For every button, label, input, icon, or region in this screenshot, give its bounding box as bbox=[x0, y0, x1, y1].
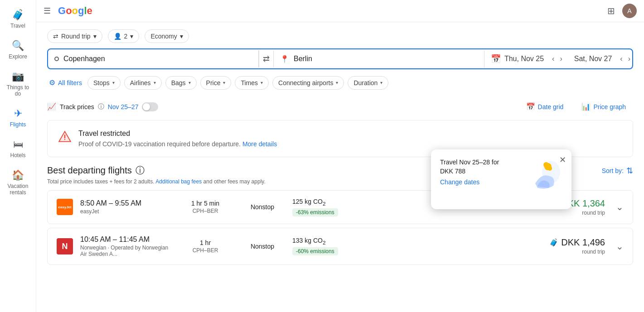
track-date-range: Nov 25–27 bbox=[108, 103, 139, 110]
more-details-link[interactable]: More details bbox=[242, 140, 277, 148]
stops-label-norwegian: Nonstop bbox=[240, 243, 285, 250]
date-start-prev[interactable]: ‹ bbox=[550, 53, 556, 65]
logo-e: e bbox=[87, 5, 92, 17]
svg-point-7 bbox=[547, 166, 552, 171]
duration-label: Duration bbox=[353, 79, 378, 86]
no-luggage-icon: 🧳 bbox=[549, 238, 558, 247]
filters-row: ⚙ All filters Stops ▾ Airlines ▾ Bags ▾ bbox=[47, 76, 633, 90]
date-end-nav: ‹ › bbox=[618, 53, 632, 65]
all-filters-button[interactable]: ⚙ All filters bbox=[47, 76, 84, 90]
date-end-prev[interactable]: ‹ bbox=[618, 53, 624, 65]
hamburger-menu[interactable]: ☰ bbox=[44, 6, 51, 16]
popup-close-button[interactable]: ✕ bbox=[559, 155, 566, 165]
top-right-controls: ⊞ A bbox=[607, 4, 637, 18]
bags-filter[interactable]: Bags ▾ bbox=[165, 76, 197, 90]
change-dates-link[interactable]: Change dates bbox=[440, 178, 479, 186]
bag-fees-link[interactable]: Additional bag fees bbox=[155, 178, 202, 185]
trip-type-label: Round trip bbox=[61, 33, 91, 40]
price-graph-button[interactable]: 📊 Price graph bbox=[574, 99, 633, 115]
date-end-input[interactable]: Sat, Nov 27 bbox=[568, 50, 619, 67]
sidebar-item-flights[interactable]: ✈ Flights bbox=[2, 103, 34, 132]
price-norwegian: 🧳 DKK 1,496 bbox=[533, 237, 605, 248]
co2-text: 125 kg CO bbox=[292, 198, 323, 205]
expand-button-norwegian[interactable]: ⌄ bbox=[616, 241, 624, 252]
bags-caret-icon: ▾ bbox=[189, 80, 191, 85]
stops-filter[interactable]: Stops ▾ bbox=[87, 76, 121, 90]
duration-filter[interactable]: Duration ▾ bbox=[348, 76, 388, 90]
search-row: ⇄ 📍 📅 Thu, Nov 25 ‹ › Sat bbox=[47, 48, 633, 69]
time-range-easyjet: 8:50 AM – 9:55 AM bbox=[80, 199, 171, 207]
logo-g: G bbox=[58, 5, 66, 17]
trend-icon: 📈 bbox=[47, 102, 56, 111]
popup-price: DKK 788 bbox=[440, 168, 499, 175]
date-separator bbox=[564, 54, 568, 63]
sort-by-control[interactable]: Sort by: ⇅ bbox=[602, 166, 633, 176]
sidebar: 🧳 Travel 🔍 Explore 📷 Things to do ✈ Flig… bbox=[0, 0, 36, 312]
apps-grid-icon[interactable]: ⊞ bbox=[607, 5, 615, 16]
track-section: 📈 Track prices ⓘ Nov 25–27 📅 Date grid 📊 bbox=[47, 97, 633, 116]
date-grid-icon: 📅 bbox=[526, 102, 535, 111]
passengers-selector[interactable]: 👤 2 ▾ bbox=[108, 29, 140, 43]
passengers-caret: ▾ bbox=[130, 33, 133, 40]
duration-caret-icon: ▾ bbox=[380, 80, 383, 85]
logo-o1: o bbox=[66, 5, 72, 17]
track-info-icon[interactable]: ⓘ bbox=[98, 103, 104, 111]
origin-input[interactable] bbox=[63, 55, 252, 63]
popup-content: Travel Nov 25–28 for DKK 788 Change date… bbox=[440, 158, 499, 186]
search-controls: ⇄ Round trip ▾ 👤 2 ▾ Economy ▾ bbox=[47, 29, 633, 90]
info-text-part2: and other fees may apply. bbox=[203, 178, 266, 185]
sidebar-item-vacation[interactable]: 🏠 Vacation rentals bbox=[2, 165, 34, 200]
stops-caret-icon: ▾ bbox=[112, 80, 115, 85]
user-avatar[interactable]: A bbox=[622, 4, 637, 18]
date-grid-button[interactable]: 📅 Date grid bbox=[519, 99, 571, 115]
trip-type-selector[interactable]: ⇄ Round trip ▾ bbox=[47, 29, 102, 43]
date-start-input[interactable]: 📅 Thu, Nov 25 bbox=[484, 49, 550, 68]
price-col-norwegian: 🧳 DKK 1,496 round trip bbox=[533, 237, 605, 255]
sidebar-item-label-explore: Explore bbox=[9, 53, 27, 60]
popup-illustration bbox=[526, 158, 562, 200]
date-end-next[interactable]: › bbox=[626, 53, 632, 65]
connecting-caret-icon: ▾ bbox=[336, 80, 338, 85]
all-filters-label: All filters bbox=[58, 79, 82, 86]
price-filter[interactable]: Price ▾ bbox=[200, 76, 232, 90]
track-prices-toggle[interactable] bbox=[142, 102, 158, 111]
track-prices-right: 📅 Date grid 📊 Price graph bbox=[519, 99, 633, 115]
cabin-class-selector[interactable]: Economy ▾ bbox=[145, 29, 189, 43]
expand-button-easyjet[interactable]: ⌄ bbox=[616, 202, 624, 212]
banner-title: Travel restricted bbox=[78, 130, 277, 138]
warning-triangle-icon bbox=[58, 130, 71, 146]
emission-badge-norwegian: -60% emissions bbox=[292, 247, 338, 255]
sidebar-item-label-travel: Travel bbox=[10, 23, 25, 29]
date-start-next[interactable]: › bbox=[558, 53, 564, 65]
origin-input-wrap[interactable] bbox=[48, 50, 259, 67]
filter-sliders-icon: ⚙ bbox=[49, 78, 55, 87]
flight-duration-norwegian: 1 hr CPH–BER bbox=[178, 239, 232, 254]
price-graph-icon: 📊 bbox=[581, 102, 591, 111]
emission-badge-easyjet: -63% emissions bbox=[292, 208, 338, 216]
sidebar-item-things[interactable]: 📷 Things to do bbox=[2, 66, 34, 101]
connecting-airports-filter[interactable]: Connecting airports ▾ bbox=[272, 76, 344, 90]
easyjet-logo: easyJet bbox=[57, 199, 73, 215]
sidebar-item-travel[interactable]: 🧳 Travel bbox=[2, 5, 34, 34]
banner-content: Travel restricted Proof of COVID-19 vacc… bbox=[78, 130, 277, 148]
times-filter[interactable]: Times ▾ bbox=[235, 76, 269, 90]
duration-time-norwegian: 1 hr bbox=[178, 239, 232, 246]
sidebar-item-label-flights: Flights bbox=[10, 121, 26, 128]
things-icon: 📷 bbox=[12, 71, 24, 82]
bags-label: Bags bbox=[171, 79, 186, 86]
airlines-filter[interactable]: Airlines ▾ bbox=[124, 76, 162, 90]
sidebar-item-explore[interactable]: 🔍 Explore bbox=[2, 35, 34, 64]
swap-button[interactable]: ⇄ bbox=[259, 50, 274, 67]
date-end-label: Sat, Nov 27 bbox=[574, 55, 612, 63]
track-prices-label: Track prices bbox=[60, 103, 94, 110]
svg-point-1 bbox=[64, 139, 65, 140]
flight-card-norwegian[interactable]: N 10:45 AM – 11:45 AM Norwegian · Operat… bbox=[47, 228, 633, 265]
sidebar-item-hotels[interactable]: 🛏 Hotels bbox=[2, 134, 34, 163]
co2-sub-norwegian: 2 bbox=[323, 240, 325, 245]
flight-duration-easyjet: 1 hr 5 min CPH–BER bbox=[178, 200, 232, 214]
cabin-class-label: Economy bbox=[150, 33, 177, 40]
destination-input-wrap[interactable]: 📍 bbox=[274, 50, 484, 68]
section-info-icon: ⓘ bbox=[136, 164, 145, 177]
destination-input[interactable] bbox=[294, 55, 478, 63]
sidebar-item-label-things: Things to do bbox=[5, 84, 31, 97]
